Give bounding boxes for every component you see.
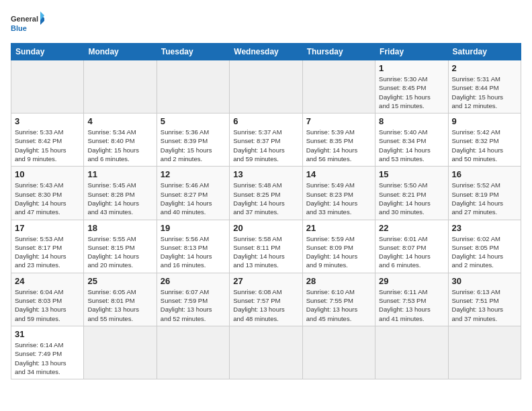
day-number: 19 [161,223,226,233]
svg-text:General: General [11,15,38,23]
day-number: 15 [379,169,444,179]
day-number: 6 [233,116,298,126]
weekday-header: Friday [375,44,448,60]
day-number: 26 [161,276,226,286]
calendar-cell: 20Sunrise: 5:58 AM Sunset: 8:11 PM Dayli… [230,220,302,273]
calendar-cell: 21Sunrise: 5:59 AM Sunset: 8:09 PM Dayli… [302,220,375,273]
day-info: Sunrise: 5:43 AM Sunset: 8:30 PM Dayligh… [15,181,80,216]
calendar-cell [302,326,375,379]
day-number: 28 [306,276,371,286]
calendar-cell: 28Sunrise: 6:10 AM Sunset: 7:55 PM Dayli… [302,273,375,326]
weekday-header: Sunday [11,44,84,60]
day-number: 16 [452,169,517,179]
day-info: Sunrise: 5:59 AM Sunset: 8:09 PM Dayligh… [306,234,371,270]
calendar-cell [448,326,521,379]
calendar-cell: 4Sunrise: 5:34 AM Sunset: 8:40 PM Daylig… [84,113,157,167]
day-info: Sunrise: 5:36 AM Sunset: 8:39 PM Dayligh… [161,128,226,163]
day-number: 30 [452,276,517,286]
day-number: 31 [15,329,80,339]
day-info: Sunrise: 6:04 AM Sunset: 8:03 PM Dayligh… [15,287,80,323]
day-number: 10 [15,169,80,179]
calendar-cell: 11Sunrise: 5:45 AM Sunset: 8:28 PM Dayli… [84,167,157,220]
calendar-cell: 10Sunrise: 5:43 AM Sunset: 8:30 PM Dayli… [11,167,84,220]
day-info: Sunrise: 5:50 AM Sunset: 8:21 PM Dayligh… [379,181,444,216]
day-info: Sunrise: 5:49 AM Sunset: 8:23 PM Dayligh… [306,181,371,216]
calendar-cell: 8Sunrise: 5:40 AM Sunset: 8:34 PM Daylig… [375,113,448,167]
day-number: 29 [379,276,444,286]
calendar-cell [84,326,157,379]
calendar-cell: 17Sunrise: 5:53 AM Sunset: 8:17 PM Dayli… [11,220,84,273]
calendar-cell [84,60,157,113]
day-number: 20 [233,223,298,233]
day-info: Sunrise: 5:46 AM Sunset: 8:27 PM Dayligh… [161,181,226,216]
calendar-cell [11,60,84,113]
day-number: 14 [306,169,371,179]
calendar-cell: 5Sunrise: 5:36 AM Sunset: 8:39 PM Daylig… [157,113,229,167]
calendar-cell: 1Sunrise: 5:30 AM Sunset: 8:45 PM Daylig… [375,60,448,113]
day-number: 2 [452,63,517,73]
day-info: Sunrise: 5:55 AM Sunset: 8:15 PM Dayligh… [87,234,152,270]
day-info: Sunrise: 5:53 AM Sunset: 8:17 PM Dayligh… [15,234,80,270]
day-info: Sunrise: 6:14 AM Sunset: 7:49 PM Dayligh… [15,340,80,376]
calendar-cell [230,60,302,113]
day-info: Sunrise: 6:08 AM Sunset: 7:57 PM Dayligh… [233,287,298,323]
logo: General Blue [11,11,44,38]
day-info: Sunrise: 5:33 AM Sunset: 8:42 PM Dayligh… [15,128,80,163]
calendar-cell: 31Sunrise: 6:14 AM Sunset: 7:49 PM Dayli… [11,326,84,379]
day-number: 23 [452,223,517,233]
calendar-cell: 13Sunrise: 5:48 AM Sunset: 8:25 PM Dayli… [230,167,302,220]
day-number: 8 [379,116,444,126]
calendar-cell: 26Sunrise: 6:07 AM Sunset: 7:59 PM Dayli… [157,273,229,326]
weekday-header: Wednesday [230,44,302,60]
svg-text:Blue: Blue [11,24,27,32]
day-info: Sunrise: 6:05 AM Sunset: 8:01 PM Dayligh… [87,287,152,323]
day-number: 24 [15,276,80,286]
weekday-header: Saturday [448,44,521,60]
day-number: 4 [87,116,152,126]
day-number: 17 [15,223,80,233]
calendar-cell: 24Sunrise: 6:04 AM Sunset: 8:03 PM Dayli… [11,273,84,326]
calendar-cell: 12Sunrise: 5:46 AM Sunset: 8:27 PM Dayli… [157,167,229,220]
day-number: 18 [87,223,152,233]
calendar-cell [302,60,375,113]
day-info: Sunrise: 5:42 AM Sunset: 8:32 PM Dayligh… [452,128,517,163]
day-info: Sunrise: 6:01 AM Sunset: 8:07 PM Dayligh… [379,234,444,270]
weekday-header: Tuesday [157,44,229,60]
day-number: 1 [379,63,444,73]
weekday-header: Monday [84,44,157,60]
day-number: 5 [161,116,226,126]
calendar-cell: 16Sunrise: 5:52 AM Sunset: 8:19 PM Dayli… [448,167,521,220]
calendar-cell: 9Sunrise: 5:42 AM Sunset: 8:32 PM Daylig… [448,113,521,167]
calendar-cell: 23Sunrise: 6:02 AM Sunset: 8:05 PM Dayli… [448,220,521,273]
day-number: 13 [233,169,298,179]
calendar-cell [157,60,229,113]
calendar-cell [375,326,448,379]
day-info: Sunrise: 5:52 AM Sunset: 8:19 PM Dayligh… [452,181,517,216]
day-info: Sunrise: 5:48 AM Sunset: 8:25 PM Dayligh… [233,181,298,216]
day-info: Sunrise: 5:39 AM Sunset: 8:35 PM Dayligh… [306,128,371,163]
calendar-cell: 2Sunrise: 5:31 AM Sunset: 8:44 PM Daylig… [448,60,521,113]
calendar-cell: 6Sunrise: 5:37 AM Sunset: 8:37 PM Daylig… [230,113,302,167]
day-info: Sunrise: 5:30 AM Sunset: 8:45 PM Dayligh… [379,75,444,110]
calendar-table: SundayMondayTuesdayWednesdayThursdayFrid… [11,43,521,379]
day-info: Sunrise: 5:37 AM Sunset: 8:37 PM Dayligh… [233,128,298,163]
day-number: 11 [87,169,152,179]
day-info: Sunrise: 5:56 AM Sunset: 8:13 PM Dayligh… [161,234,226,270]
calendar-cell: 22Sunrise: 6:01 AM Sunset: 8:07 PM Dayli… [375,220,448,273]
day-info: Sunrise: 5:34 AM Sunset: 8:40 PM Dayligh… [87,128,152,163]
calendar-cell: 25Sunrise: 6:05 AM Sunset: 8:01 PM Dayli… [84,273,157,326]
day-number: 25 [87,276,152,286]
day-number: 27 [233,276,298,286]
calendar-cell: 7Sunrise: 5:39 AM Sunset: 8:35 PM Daylig… [302,113,375,167]
weekday-header: Thursday [302,44,375,60]
calendar-cell: 30Sunrise: 6:13 AM Sunset: 7:51 PM Dayli… [448,273,521,326]
day-number: 9 [452,116,517,126]
logo-svg: General Blue [11,11,44,38]
calendar-cell: 3Sunrise: 5:33 AM Sunset: 8:42 PM Daylig… [11,113,84,167]
calendar-cell [157,326,229,379]
day-info: Sunrise: 6:11 AM Sunset: 7:53 PM Dayligh… [379,287,444,323]
day-number: 12 [161,169,226,179]
day-number: 22 [379,223,444,233]
calendar-cell: 18Sunrise: 5:55 AM Sunset: 8:15 PM Dayli… [84,220,157,273]
calendar-cell: 15Sunrise: 5:50 AM Sunset: 8:21 PM Dayli… [375,167,448,220]
